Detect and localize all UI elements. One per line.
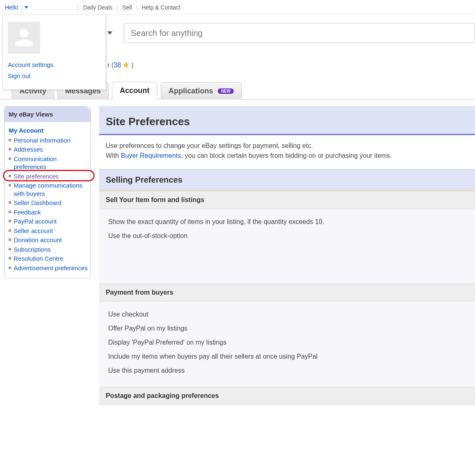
buyer-requirements-link[interactable]: Buyer Requirements xyxy=(121,152,181,159)
bullet-icon xyxy=(9,220,11,222)
bullet-icon xyxy=(9,211,11,213)
sidebar-item-personal-information[interactable]: Personal information xyxy=(9,136,88,145)
sidebar-item-resolution-centre[interactable]: Resolution Centre xyxy=(9,254,88,264)
pref-line: Use the out-of-stock-option xyxy=(108,229,466,243)
sidebar-item-label: Communication preferences xyxy=(14,155,88,171)
star-icon xyxy=(123,62,129,68)
bullet-icon xyxy=(9,175,11,177)
sidebar-item-site-preferences[interactable]: Site preferences xyxy=(9,171,88,181)
feedback-count[interactable]: 38 xyxy=(114,62,121,69)
page-title: Site Preferences xyxy=(106,115,468,128)
intro-line1: Use preferences to change your eBay sett… xyxy=(106,141,468,151)
bullet-icon xyxy=(9,157,11,160)
main-content: My eBay Views My Account Personal inform… xyxy=(0,100,475,405)
user-icon xyxy=(14,27,34,48)
intro-line2a: With xyxy=(106,152,121,159)
pref-line: Use this payment address xyxy=(108,364,466,378)
pref-line: Display 'PayPal Preferred' on my listing… xyxy=(108,336,466,350)
subsection-sell-your-item: Sell Your Item form and listings xyxy=(99,191,475,209)
sidebar-item-donation-account[interactable]: Donation account xyxy=(9,236,88,245)
sidebar-item-seller-dashboard[interactable]: Seller Dashboard xyxy=(9,198,88,208)
sidebar-item-label: PayPal account xyxy=(14,217,57,226)
sign-out-link[interactable]: Sign out xyxy=(8,72,100,79)
tab-account[interactable]: Account xyxy=(112,82,157,100)
bullet-icon xyxy=(9,257,11,259)
bullet-icon xyxy=(9,267,11,269)
nav-daily-deals[interactable]: Daily Deals xyxy=(83,4,112,11)
sidebar-item-label: Personal information xyxy=(14,136,71,145)
sidebar-item-label: Seller Dashboard xyxy=(14,199,62,207)
sidebar-item-seller-account[interactable]: Seller account xyxy=(9,226,88,236)
avatar xyxy=(8,21,40,54)
pref-line: Use checkout xyxy=(108,307,466,321)
pref-line: Show the exact quantity of items in your… xyxy=(108,215,466,229)
bullet-icon xyxy=(9,148,11,150)
sidebar-item-label: Addresses xyxy=(14,145,43,154)
subsection-postage-packaging: Postage and packaging preferences xyxy=(99,387,475,405)
hello-menu-trigger[interactable]: Hello . xyxy=(5,4,28,11)
pref-line: Include my items when buyers pay all the… xyxy=(108,350,466,364)
sidebar-item-label: Advertisement preferences xyxy=(14,264,88,272)
bullet-icon xyxy=(9,248,11,250)
search-input[interactable] xyxy=(124,23,475,43)
nav-sell[interactable]: Sell xyxy=(122,4,132,11)
sidebar-item-label: Subscriptions xyxy=(14,245,51,254)
sidebar-title: My eBay Views xyxy=(5,107,90,122)
sidebar-item-label: Seller account xyxy=(14,227,53,235)
sidebar-item-advertisement-preferences[interactable]: Advertisement preferences xyxy=(9,263,88,273)
sidebar-item-subscriptions[interactable]: Subscriptions xyxy=(9,245,88,254)
sidebar-item-communication-preferences[interactable]: Communication preferences xyxy=(9,154,88,171)
bullet-icon xyxy=(9,184,11,186)
separator: | xyxy=(136,4,138,11)
content-panel: Site Preferences Use preferences to chan… xyxy=(99,106,475,405)
nav-help-contact[interactable]: Help & Contact xyxy=(142,4,180,11)
intro-line2b: , you can block certain buyers from bidd… xyxy=(181,152,392,159)
tab-applications[interactable]: Applications NEW xyxy=(161,82,242,100)
section-selling-preferences: Selling Preferences xyxy=(99,169,475,191)
subsection-payment-from-buyers: Payment from buyers xyxy=(99,283,475,302)
payment-options: Use checkout Offer PayPal on my listings… xyxy=(99,302,475,387)
sidebar-item-label: Site preferences xyxy=(14,172,59,181)
bullet-icon xyxy=(9,229,11,232)
sidebar-item-label: Resolution Centre xyxy=(14,255,63,263)
bullet-icon xyxy=(9,238,11,241)
bullet-icon xyxy=(9,139,11,141)
intro-text: Use preferences to change your eBay sett… xyxy=(99,135,475,169)
top-nav: Hello . | Daily Deals | Sell | Help & Co… xyxy=(0,0,475,15)
sidebar-item-paypal-account[interactable]: PayPal account xyxy=(9,217,88,226)
sidebar-item-label: Donation account xyxy=(14,236,62,244)
sidebar-item-manage-communications[interactable]: Manage communications with buyers xyxy=(9,181,88,198)
sell-form-options: Show the exact quantity of items in your… xyxy=(99,209,475,283)
sidebar-item-label: Manage communications with buyers xyxy=(14,181,88,198)
separator: | xyxy=(78,4,79,11)
hello-dropdown: Account settings Sign out xyxy=(2,15,106,90)
sidebar-item-label: Feedback xyxy=(14,208,41,217)
sidebar-item-addresses[interactable]: Addresses xyxy=(9,145,88,155)
feedback-prefix: r ( xyxy=(107,62,114,69)
bullet-icon xyxy=(9,201,11,204)
account-settings-link[interactable]: Account settings xyxy=(8,61,100,68)
new-badge: NEW xyxy=(218,88,234,94)
separator: | xyxy=(116,4,118,11)
category-chevron-icon[interactable] xyxy=(107,31,112,35)
panel-header: Site Preferences xyxy=(99,106,475,135)
sidebar-section[interactable]: My Account xyxy=(9,127,88,134)
tab-applications-label: Applications xyxy=(169,87,213,95)
sidebar-item-feedback[interactable]: Feedback xyxy=(9,207,88,217)
hello-label: Hello xyxy=(5,4,18,11)
chevron-down-icon xyxy=(25,6,28,9)
sidebar: My eBay Views My Account Personal inform… xyxy=(4,106,91,278)
feedback-suffix: ) xyxy=(129,62,133,69)
pref-line: Offer PayPal on my listings xyxy=(108,321,466,336)
